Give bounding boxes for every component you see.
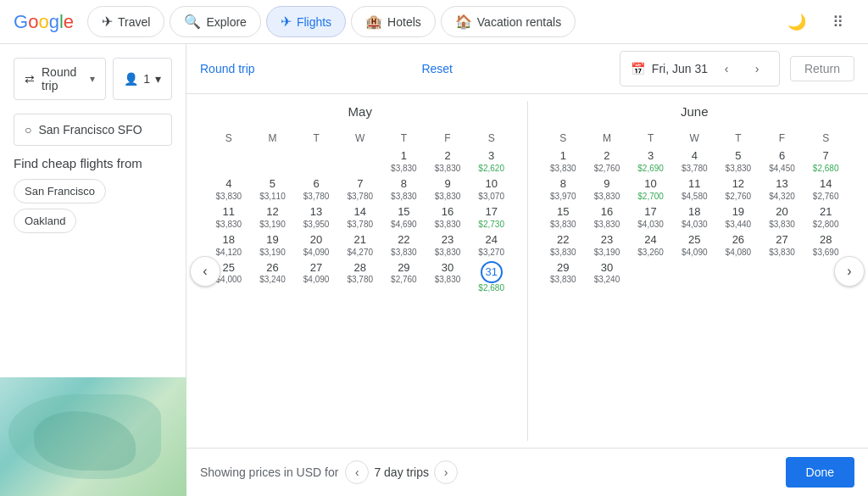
day-price: $3,830 (426, 248, 469, 258)
day-header-S: S (470, 129, 514, 148)
cal-cell[interactable]: 12$3,190 (251, 203, 295, 231)
cal-cell[interactable]: 5$3,110 (251, 176, 295, 203)
cal-cell[interactable]: 16$3,830 (585, 203, 629, 231)
cal-cell[interactable]: 13$3,950 (294, 203, 338, 231)
cal-cell[interactable]: 1$3,830 (382, 148, 426, 176)
cal-cell[interactable]: 22$3,830 (382, 231, 426, 259)
cal-cell[interactable]: 17$2,730 (470, 203, 514, 231)
day-number: 3 (630, 149, 672, 164)
cal-cell[interactable]: 26$4,080 (716, 231, 760, 259)
cal-cell[interactable]: 14$2,760 (804, 176, 848, 203)
pill-label-vacation: Vacation rentals (477, 15, 561, 29)
cal-cell[interactable]: 11$3,830 (207, 203, 251, 231)
cal-cell[interactable]: 5$3,830 (716, 148, 760, 176)
cal-cell[interactable]: 6$4,450 (760, 148, 804, 176)
reset-button[interactable]: Reset (265, 62, 609, 75)
cal-cell[interactable]: 18$4,120 (207, 231, 251, 259)
cal-cell[interactable]: 21$4,270 (338, 231, 382, 259)
cal-cell[interactable]: 28$3,780 (338, 259, 382, 295)
cal-cell[interactable]: 2$2,760 (585, 148, 629, 176)
day-number: 22 (383, 233, 426, 248)
duration-prev-button[interactable]: ‹ (345, 460, 369, 484)
city-tag-oak[interactable]: Oakland (14, 209, 76, 233)
cal-cell[interactable]: 27$3,830 (760, 231, 804, 259)
cal-cell[interactable]: 24$3,260 (629, 231, 673, 259)
nav-pill-flights[interactable]: ✈Flights (266, 6, 346, 37)
date-prev-button[interactable]: ‹ (715, 57, 738, 81)
cal-cell (338, 148, 382, 176)
cal-cell[interactable]: 9$3,830 (585, 176, 629, 203)
apps-grid-button[interactable]: ⠿ (821, 5, 854, 39)
cal-cell[interactable]: 18$4,030 (672, 203, 716, 231)
done-button[interactable]: Done (786, 457, 854, 488)
cal-cell[interactable]: 10$2,700 (629, 176, 673, 203)
cal-cell[interactable]: 4$3,830 (207, 176, 251, 203)
cal-cell[interactable]: 22$3,830 (542, 231, 586, 259)
day-header-S: S (207, 129, 251, 148)
cal-cell[interactable]: 31$2,680 (470, 259, 514, 295)
cal-cell[interactable]: 17$4,030 (629, 203, 673, 231)
trip-type-selector[interactable]: ⇄ Round trip ▾ (14, 58, 106, 100)
cal-cell[interactable]: 14$3,780 (338, 203, 382, 231)
cal-cell[interactable]: 7$2,680 (804, 148, 848, 176)
city-tag-sf[interactable]: San Francisco (14, 179, 106, 203)
cal-cell[interactable]: 26$3,240 (251, 259, 295, 295)
return-button[interactable]: Return (790, 56, 854, 81)
date-header-trip-type[interactable]: Round trip (200, 62, 255, 75)
cal-cell[interactable]: 30$3,830 (426, 259, 470, 295)
calendar-prev-button[interactable]: ‹ (190, 256, 220, 287)
cal-cell[interactable]: 3$2,620 (470, 148, 514, 176)
cal-cell[interactable]: 16$3,830 (426, 203, 470, 231)
nav-pill-vacation[interactable]: 🏠Vacation rentals (441, 6, 576, 37)
date-next-button[interactable]: › (745, 57, 769, 81)
day-price: $3,830 (586, 192, 628, 202)
cal-cell[interactable]: 12$2,760 (716, 176, 760, 203)
cal-cell[interactable]: 30$3,240 (585, 259, 629, 287)
cal-cell[interactable]: 13$4,320 (760, 176, 804, 203)
nav-pill-travel[interactable]: ✈Travel (87, 6, 164, 37)
cal-cell[interactable]: 8$3,970 (542, 176, 586, 203)
cal-cell[interactable]: 19$3,190 (251, 231, 295, 259)
passenger-arrow: ▾ (155, 72, 161, 86)
cal-cell[interactable]: 15$3,830 (542, 203, 586, 231)
cal-cell[interactable]: 1$3,830 (542, 148, 586, 176)
cal-cell[interactable]: 9$3,830 (426, 176, 470, 203)
cal-cell[interactable]: 4$3,780 (672, 148, 716, 176)
day-number: 7 (339, 177, 381, 192)
cal-cell[interactable]: 24$3,270 (470, 231, 514, 259)
cal-cell[interactable]: 19$3,440 (716, 203, 760, 231)
cal-cell[interactable]: 29$2,760 (382, 259, 426, 295)
cal-cell[interactable]: 11$4,580 (672, 176, 716, 203)
day-price: $3,830 (717, 164, 760, 174)
day-number: 18 (208, 233, 250, 248)
cal-cell[interactable]: 3$2,690 (629, 148, 673, 176)
day-header-T: T (629, 129, 673, 148)
cal-cell[interactable]: 6$3,780 (294, 176, 338, 203)
cal-cell[interactable]: 7$3,780 (338, 176, 382, 203)
cal-cell[interactable]: 15$4,690 (382, 203, 426, 231)
date-header: Round trip Reset 📅 Fri, Jun 31 ‹ › Retur… (186, 44, 868, 94)
duration-next-button[interactable]: › (434, 460, 458, 484)
cal-cell[interactable]: 10$3,070 (470, 176, 514, 203)
origin-field[interactable]: ○ San Francisco SFO (14, 114, 172, 146)
pill-label-explore: Explore (206, 15, 246, 29)
cal-cell[interactable]: 28$3,690 (804, 231, 848, 259)
cal-cell[interactable]: 8$3,830 (382, 176, 426, 203)
nav-pill-hotels[interactable]: 🏨Hotels (351, 6, 436, 37)
passenger-selector[interactable]: 👤 1 ▾ (113, 58, 172, 100)
cal-cell[interactable]: 27$4,090 (294, 259, 338, 295)
cal-cell[interactable]: 20$4,090 (294, 231, 338, 259)
cal-cell[interactable]: 23$3,190 (585, 231, 629, 259)
cal-cell[interactable]: 29$3,830 (542, 259, 586, 287)
cal-cell[interactable]: 25$4,090 (672, 231, 716, 259)
cal-cell[interactable]: 23$3,830 (426, 231, 470, 259)
main-layout: ⇄ Round trip ▾ 👤 1 ▾ ○ San Francisco SFO… (0, 44, 868, 496)
calendar-next-button[interactable]: › (834, 256, 865, 287)
day-number: 26 (717, 233, 760, 248)
cal-cell[interactable]: 21$2,800 (804, 203, 848, 231)
day-number: 2 (426, 149, 469, 164)
cal-cell[interactable]: 20$3,830 (760, 203, 804, 231)
cal-cell[interactable]: 2$3,830 (426, 148, 470, 176)
dark-mode-button[interactable]: 🌙 (780, 5, 814, 39)
nav-pill-explore[interactable]: 🔍Explore (170, 6, 260, 37)
